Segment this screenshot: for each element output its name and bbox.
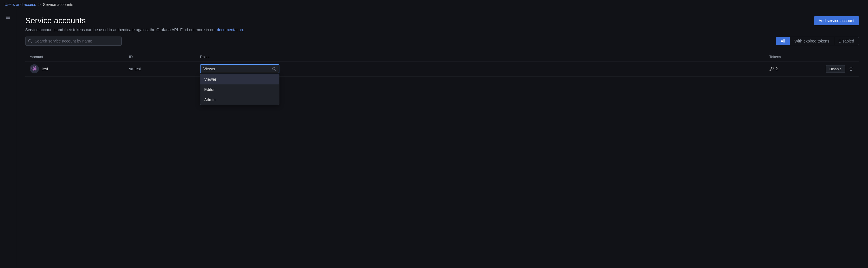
svg-rect-0 — [6, 16, 10, 16]
breadcrumb-parent-link[interactable]: Users and access — [4, 2, 36, 7]
page-header-left: Service accounts Service accounts and th… — [25, 16, 244, 32]
col-header-tokens: Tokens — [769, 55, 820, 59]
actions-cell: Disable — [820, 65, 855, 73]
role-option-admin[interactable]: Admin — [200, 95, 279, 105]
page-header: Service accounts Service accounts and th… — [25, 16, 859, 32]
key-icon — [769, 67, 774, 71]
toolbar: All With expired tokens Disabled — [25, 37, 859, 45]
role-option-editor[interactable]: Editor — [200, 85, 279, 95]
breadcrumb-bar: Users and access > Service accounts — [0, 0, 868, 9]
filter-tab-expired[interactable]: With expired tokens — [790, 37, 834, 45]
main-content: Service accounts Service accounts and th… — [16, 9, 868, 267]
svg-rect-2 — [6, 18, 10, 19]
selected-role-label: Viewer — [204, 67, 216, 71]
avatar: 👾 — [30, 64, 39, 73]
roles-cell: Viewer Viewer Editor Admin — [200, 64, 769, 73]
filter-tab-all[interactable]: All — [776, 37, 790, 45]
col-header-actions — [820, 55, 855, 59]
search-icon — [28, 39, 32, 43]
delete-button[interactable] — [847, 65, 855, 72]
col-header-roles: Roles — [200, 55, 769, 59]
tokens-cell: 2 — [769, 67, 820, 71]
search-input[interactable] — [25, 37, 122, 45]
disable-button[interactable]: Disable — [826, 65, 845, 73]
page-description: Service accounts and their tokens can be… — [25, 28, 244, 32]
svg-line-6 — [275, 70, 276, 71]
account-cell: 👾 test — [30, 64, 129, 73]
add-service-account-button[interactable]: Add service account — [814, 16, 859, 25]
table-row: 👾 test sa-test Viewer — [25, 62, 859, 76]
table-container: Account ID Roles Tokens 👾 test sa-test — [25, 53, 859, 76]
role-dropdown-menu: Viewer Editor Admin — [200, 74, 279, 105]
col-header-account: Account — [30, 55, 129, 59]
breadcrumb-separator: > — [38, 2, 40, 7]
filter-tab-disabled[interactable]: Disabled — [834, 37, 859, 45]
svg-line-4 — [31, 42, 32, 43]
page-title: Service accounts — [25, 16, 244, 25]
trash-icon — [849, 67, 853, 71]
search-container — [25, 37, 122, 45]
col-header-id: ID — [129, 55, 200, 59]
svg-rect-1 — [6, 17, 10, 18]
tokens-count: 2 — [776, 67, 778, 71]
table-header: Account ID Roles Tokens — [25, 53, 859, 62]
docs-link[interactable]: documentation — [217, 28, 243, 32]
role-select-dropdown[interactable]: Viewer — [200, 64, 279, 73]
breadcrumb-current: Service accounts — [43, 2, 73, 7]
role-search-icon — [272, 67, 276, 71]
id-cell: sa-test — [129, 67, 200, 71]
sidebar-toggle-button[interactable] — [3, 13, 12, 22]
filter-tabs: All With expired tokens Disabled — [776, 37, 859, 45]
role-option-viewer[interactable]: Viewer — [200, 74, 279, 85]
period: . — [243, 28, 244, 32]
page-description-text: Service accounts and their tokens can be… — [25, 28, 216, 32]
account-name: test — [42, 67, 48, 71]
sidebar — [0, 9, 16, 267]
